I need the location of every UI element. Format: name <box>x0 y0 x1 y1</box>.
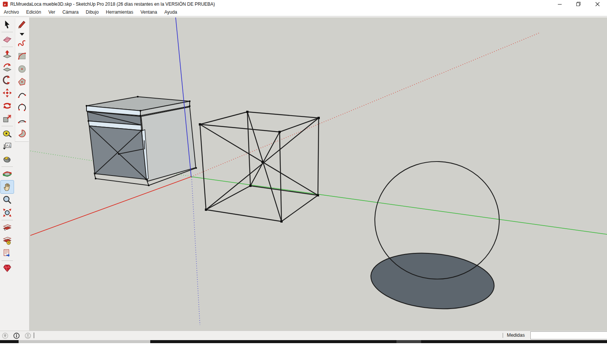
close-icon <box>595 2 600 6</box>
tape-measure-icon <box>2 129 12 138</box>
window-controls <box>550 0 607 8</box>
tool-rectangle-button[interactable] <box>16 50 28 63</box>
menu-item-ayuda[interactable]: Ayuda <box>164 9 177 15</box>
select-icon <box>2 20 12 30</box>
measurements-separator <box>503 333 503 338</box>
line-icon <box>17 20 27 30</box>
tool-text-button[interactable]: A1 <box>1 140 14 153</box>
toolbar-separator <box>2 166 13 167</box>
tool-freehand-button[interactable] <box>16 37 28 50</box>
toolbar-separator <box>2 47 13 47</box>
zoom-icon <box>2 195 12 205</box>
toolbar-separator <box>2 32 13 32</box>
tool-pan-button[interactable] <box>1 180 14 193</box>
toolbar-separator <box>2 220 13 220</box>
tool-two-point-arc-button[interactable] <box>16 101 28 114</box>
tool-follow-me-button[interactable] <box>1 61 14 74</box>
red-axis-dotted <box>191 33 539 177</box>
cabinet-right-face <box>141 107 196 181</box>
tool-move-button[interactable] <box>1 86 14 99</box>
eraser-icon <box>2 35 12 44</box>
tool-circle-button[interactable] <box>16 63 28 75</box>
follow-me-icon <box>2 62 12 72</box>
status-text-caret <box>34 333 34 338</box>
menu-item-dibujo[interactable]: Dibujo <box>86 9 99 15</box>
rotate-icon <box>2 101 12 111</box>
blue-axis-dotted <box>192 177 200 325</box>
cube-space-diagonal-4 <box>250 132 280 186</box>
send-to-layout-icon <box>2 248 12 258</box>
circle-icon <box>17 64 27 74</box>
offset-icon <box>2 75 12 85</box>
menu-item-ver[interactable]: Ver <box>48 9 55 15</box>
toolbar-separator <box>2 260 13 261</box>
tool-ruby-extensions-button[interactable] <box>1 262 14 275</box>
minimize-button[interactable] <box>550 0 569 8</box>
wireframe-cube-object[interactable] <box>199 111 320 223</box>
tool-line-button[interactable] <box>16 18 28 31</box>
geolocation-status-icon[interactable] <box>2 332 9 339</box>
tool-orbit-button[interactable] <box>1 168 14 180</box>
green-axis <box>191 177 607 234</box>
svg-text:A1: A1 <box>6 144 10 147</box>
tool-tape-measure-button[interactable] <box>1 127 14 140</box>
menu-item-camara[interactable]: Cámara <box>62 9 79 15</box>
title-bar: RLMruedaLoca mueble3D.skp - SketchUp Pro… <box>0 0 607 8</box>
move-icon <box>2 88 12 98</box>
minimize-icon <box>558 2 562 6</box>
arc-icon <box>17 90 27 100</box>
cabinet-handle-line <box>144 141 145 149</box>
two-point-arc-icon <box>17 103 27 113</box>
freehand-icon <box>17 38 27 48</box>
status-icons <box>2 332 36 339</box>
drawing-axes <box>30 33 607 325</box>
menu-item-archivo[interactable]: Archivo <box>4 9 19 15</box>
window-title: RLMruedaLoca mueble3D.skp - SketchUp Pro… <box>10 2 215 7</box>
tool-send-to-layout-button[interactable] <box>1 247 14 260</box>
tool-paint-bucket-button[interactable] <box>1 153 14 166</box>
tool-previous-view-button[interactable] <box>1 221 14 234</box>
model-info-status-icon[interactable] <box>13 332 20 339</box>
tool-arc-button[interactable] <box>16 88 28 101</box>
tool-zoom-extents-button[interactable] <box>1 206 14 219</box>
red-axis <box>30 177 191 235</box>
tool-polygon-button[interactable] <box>16 75 28 88</box>
viewport[interactable] <box>29 17 607 331</box>
line-dropdown-icon <box>19 32 25 36</box>
taskbar-edge-segment-2 <box>396 340 421 343</box>
tool-select-button[interactable] <box>1 18 14 31</box>
orbit-icon <box>2 169 12 179</box>
toolbar-separator <box>2 126 13 126</box>
tool-line-dropdown[interactable] <box>16 31 28 37</box>
text-icon: A1 <box>2 141 12 151</box>
tool-rotate-button[interactable] <box>1 99 14 112</box>
menu-item-ventana[interactable]: Ventana <box>140 9 157 15</box>
tool-eraser-button[interactable] <box>1 33 14 46</box>
restore-button[interactable] <box>569 0 588 8</box>
model-canvas[interactable] <box>29 17 607 331</box>
account-status-icon[interactable] <box>24 332 31 339</box>
taskbar-edge <box>0 340 607 343</box>
tool-offset-button[interactable] <box>1 74 14 86</box>
zoom-extents-icon <box>2 208 12 218</box>
tool-three-point-arc-button[interactable] <box>16 114 28 127</box>
pie-icon <box>17 129 27 138</box>
menu-items: ArchivoEdiciónVerCámaraDibujoHerramienta… <box>4 9 184 15</box>
menu-item-herramientas[interactable]: Herramientas <box>106 9 133 15</box>
tool-scale-button[interactable] <box>1 112 14 125</box>
shadow-ellipse[interactable] <box>368 248 497 314</box>
polygon-icon <box>17 77 27 87</box>
menu-item-edicion[interactable]: Edición <box>26 9 41 15</box>
cabinet-object[interactable] <box>86 96 197 186</box>
tool-push-pull-button[interactable] <box>1 48 14 61</box>
measurements-input[interactable] <box>530 331 607 339</box>
restore-icon <box>576 2 581 6</box>
tool-pie-button[interactable] <box>16 127 28 140</box>
tool-next-view-button[interactable] <box>1 234 14 247</box>
tool-zoom-button[interactable] <box>1 193 14 206</box>
main-area: A1 <box>0 16 607 331</box>
sketchup-logo-icon <box>3 2 8 7</box>
three-point-arc-icon <box>17 116 27 126</box>
previous-view-icon <box>2 223 12 232</box>
close-button[interactable] <box>588 0 607 8</box>
